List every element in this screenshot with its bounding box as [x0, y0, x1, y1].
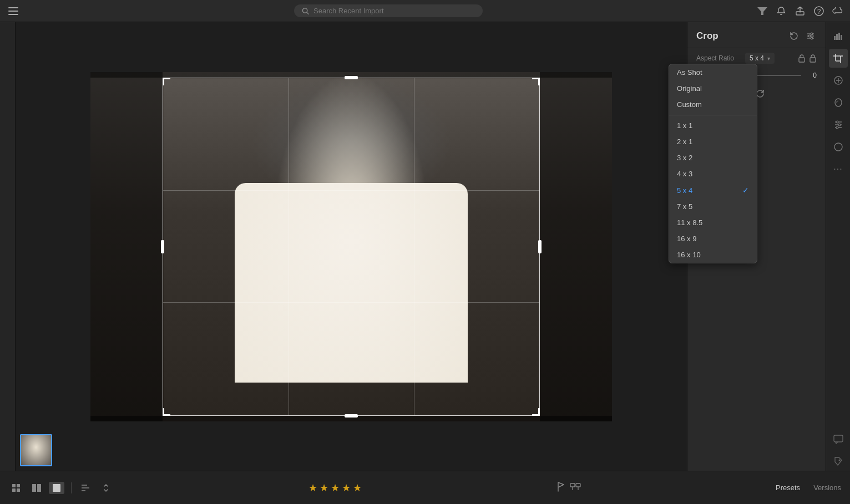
dropdown-item-2x1[interactable]: 2 x 1: [669, 134, 757, 150]
crop-overlay-left: [90, 72, 163, 421]
side-icon-tag[interactable]: [829, 452, 848, 471]
sort-button[interactable]: [78, 482, 94, 494]
crop-grid-v2: [414, 78, 414, 415]
svg-line-4: [307, 12, 308, 14]
svg-rect-35: [12, 484, 16, 487]
dropdown-item-custom[interactable]: Custom: [669, 96, 757, 113]
crop-corner-tl[interactable]: [163, 78, 170, 85]
side-icon-adjust[interactable]: [829, 115, 848, 134]
search-input[interactable]: [313, 7, 475, 15]
dropdown-item-4x3[interactable]: 4 x 3: [669, 166, 757, 182]
bell-icon[interactable]: [776, 6, 787, 17]
chevron-down-icon: ▾: [767, 55, 770, 62]
crop-grid-v1: [289, 78, 289, 415]
aspect-ratio-dropdown: As Shot Original Custom 1 x 1 2 x 1 3 x …: [669, 64, 757, 263]
dropdown-item-16x9[interactable]: 16 x 9: [669, 231, 757, 247]
flag-button[interactable]: [556, 482, 565, 494]
panel-title: Crop: [696, 30, 719, 42]
thumbnail-item[interactable]: [20, 434, 52, 466]
filter-icon[interactable]: [757, 6, 768, 17]
view-single-button[interactable]: [49, 482, 64, 494]
aspect-ratio-select[interactable]: 5 x 4 ▾: [745, 53, 775, 64]
view-grid-large-button[interactable]: [29, 482, 44, 494]
svg-text:?: ?: [817, 8, 821, 16]
star-1[interactable]: ★: [308, 482, 317, 494]
crop-corner-tr[interactable]: [532, 78, 540, 85]
topbar-left: [7, 4, 20, 18]
dropdown-item-1x1[interactable]: 1 x 1: [669, 118, 757, 134]
aspect-ratio-value: 5 x 4: [750, 54, 764, 62]
svg-rect-0: [8, 7, 18, 8]
undo-button[interactable]: [788, 30, 800, 42]
side-icon-crop[interactable]: [829, 49, 848, 68]
svg-rect-19: [838, 33, 840, 40]
sort-chevron-button[interactable]: [98, 482, 114, 494]
cloud-icon[interactable]: [832, 6, 843, 17]
svg-point-34: [838, 460, 840, 461]
lock-icons: [798, 54, 817, 63]
crop-corner-bl[interactable]: [163, 408, 170, 416]
search-input-wrap[interactable]: [294, 4, 483, 17]
side-icon-more[interactable]: ···: [829, 160, 848, 179]
search-bar: [24, 4, 752, 17]
stars-area[interactable]: ★ ★ ★ ★ ★: [308, 482, 362, 494]
sidebar-toggle-button[interactable]: [7, 4, 20, 18]
crop-grid-h2: [163, 302, 539, 303]
filmstrip-thumbnail: [20, 434, 52, 466]
bottom-left: [9, 482, 114, 494]
crop-corner-br[interactable]: [532, 408, 540, 416]
help-icon[interactable]: ?: [813, 6, 824, 17]
dropdown-item-5x4-label: 5 x 4: [677, 186, 692, 195]
lock-icon[interactable]: [809, 54, 817, 63]
share-icon[interactable]: [795, 6, 806, 17]
crop-handle-top[interactable]: [345, 76, 358, 79]
svg-marker-5: [757, 7, 767, 15]
thumbnail-photo: [21, 435, 51, 465]
panel-header-icons: [788, 30, 817, 42]
svg-point-31: [836, 126, 838, 129]
unlock-icon[interactable]: [798, 54, 806, 63]
svg-rect-17: [834, 36, 836, 40]
dropdown-item-16x10[interactable]: 16 x 10: [669, 247, 757, 263]
svg-point-30: [838, 124, 841, 126]
star-4[interactable]: ★: [342, 482, 351, 494]
svg-point-29: [836, 121, 838, 123]
main-area: Crop: [0, 22, 850, 471]
svg-rect-38: [17, 488, 20, 492]
crop-box[interactable]: [163, 78, 540, 416]
side-icon-chat[interactable]: [829, 430, 848, 449]
panel-header: Crop: [687, 22, 826, 48]
svg-rect-43: [53, 484, 60, 492]
star-3[interactable]: ★: [331, 482, 340, 494]
topbar: ?: [0, 0, 850, 22]
star-2[interactable]: ★: [320, 482, 328, 494]
star-5[interactable]: ★: [353, 482, 362, 494]
svg-rect-1: [8, 11, 18, 12]
dropdown-item-11x8-5[interactable]: 11 x 8.5: [669, 215, 757, 231]
dropdown-item-original-label: Original: [677, 84, 702, 93]
side-icon-heal[interactable]: [829, 71, 848, 90]
crop-handle-left[interactable]: [161, 240, 164, 253]
settings-button[interactable]: [805, 30, 817, 42]
dropdown-item-original[interactable]: Original: [669, 80, 757, 96]
side-icon-mask[interactable]: [829, 93, 848, 112]
grid-flag-button[interactable]: [570, 482, 581, 494]
side-icon-circle[interactable]: [829, 138, 848, 156]
crop-grid-h1: [163, 190, 539, 191]
crop-handle-right[interactable]: [538, 240, 542, 253]
svg-rect-16: [810, 58, 816, 62]
canvas-area: [16, 22, 687, 471]
presets-tab[interactable]: Presets: [776, 483, 800, 492]
side-icon-histogram[interactable]: [829, 27, 848, 45]
dropdown-item-2x1-label: 2 x 1: [677, 138, 692, 146]
aspect-ratio-label: Aspect Ratio: [696, 54, 741, 62]
crop-handle-bottom[interactable]: [345, 414, 358, 418]
versions-tab[interactable]: Versions: [813, 483, 841, 492]
dropdown-item-as-shot[interactable]: As Shot: [669, 64, 757, 80]
dropdown-item-3x2[interactable]: 3 x 2: [669, 150, 757, 166]
dropdown-item-5x4[interactable]: 5 x 4 ✓: [669, 182, 757, 198]
dropdown-item-7x5[interactable]: 7 x 5: [669, 198, 757, 215]
more-dots-icon: ···: [833, 164, 842, 174]
view-grid-small-button[interactable]: [9, 482, 24, 494]
dropdown-item-as-shot-label: As Shot: [677, 68, 702, 77]
